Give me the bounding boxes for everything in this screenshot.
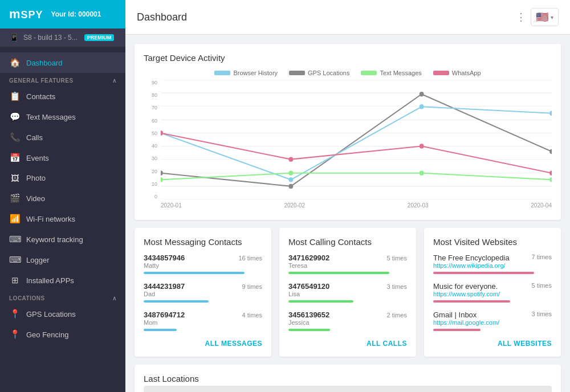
contact-number: 3487694712 bbox=[144, 311, 185, 319]
sidebar-item-photo[interactable]: 🖼 Photo bbox=[0, 168, 125, 188]
sidebar-item-logger[interactable]: ⌨ Logger bbox=[0, 250, 125, 270]
contact-name: Mom bbox=[144, 319, 262, 326]
topbar-actions: ⋮ 🇺🇸 ▾ bbox=[516, 8, 559, 26]
svg-point-20 bbox=[420, 144, 424, 148]
sidebar-item-label: Keyword tracking bbox=[26, 235, 83, 244]
website-title: Gmail | Inbox bbox=[433, 311, 499, 319]
calling-title: Most Calling Contacts bbox=[288, 237, 407, 247]
messaging-contact-2: 3444231987 9 times Dad bbox=[144, 282, 262, 303]
svg-point-21 bbox=[549, 171, 552, 175]
messaging-contact-3: 3487694712 4 times Mom bbox=[144, 311, 262, 331]
x-label-1: 2020-01 bbox=[161, 202, 182, 209]
main-content: Dashboard ⋮ 🇺🇸 ▾ Target Device Activity … bbox=[125, 0, 570, 392]
line-chart-svg bbox=[161, 80, 552, 199]
whatsapp-line bbox=[161, 133, 552, 173]
svg-point-17 bbox=[549, 111, 552, 116]
sidebar-item-installed-apps[interactable]: ⊞ Installed APPs bbox=[0, 270, 125, 291]
svg-point-23 bbox=[288, 171, 293, 175]
topbar: Dashboard ⋮ 🇺🇸 ▾ bbox=[125, 0, 570, 35]
sidebar-item-video[interactable]: 🎬 Video bbox=[0, 188, 125, 209]
x-label-3: 2020-03 bbox=[408, 202, 429, 209]
sidebar-item-events[interactable]: 📅 Events bbox=[0, 148, 125, 168]
gps-icon: 📍 bbox=[9, 309, 21, 319]
svg-point-10 bbox=[161, 171, 163, 175]
legend-label-browser: Browser History bbox=[233, 70, 278, 76]
website-title: The Free Encyclopedia bbox=[433, 254, 510, 262]
contact-bar bbox=[288, 300, 353, 303]
contact-times: 16 times bbox=[238, 255, 262, 262]
sidebar-item-label: Photo bbox=[26, 174, 46, 182]
x-label-2: 2020-02 bbox=[284, 202, 305, 209]
sidebar-item-label: Events bbox=[26, 154, 49, 162]
contact-number: 3456139652 bbox=[288, 311, 329, 319]
svg-point-25 bbox=[549, 177, 552, 182]
sidebar-item-label: GPS Locations bbox=[26, 310, 76, 318]
sidebar-item-wifi[interactable]: 📶 Wi-Fi networks bbox=[0, 209, 125, 229]
messaging-contacts-card: Most Messaging Contacts 3434857946 16 ti… bbox=[135, 228, 271, 357]
sidebar-item-label: Video bbox=[26, 194, 45, 203]
contact-bar bbox=[144, 272, 245, 274]
contact-times: 3 times bbox=[387, 283, 407, 290]
chart-legend: Browser History GPS Locations Text Messa… bbox=[144, 70, 552, 76]
all-messages-link[interactable]: ALL MESSAGES bbox=[205, 340, 262, 348]
contact-name: Teresa bbox=[288, 262, 407, 269]
website-item-3: Gmail | Inbox https://mail.google.com/ 3… bbox=[433, 311, 552, 331]
sidebar-item-contacts[interactable]: 📋 Contacts bbox=[0, 86, 125, 107]
svg-point-19 bbox=[288, 157, 293, 161]
contact-bar bbox=[144, 329, 177, 331]
legend-label-gps: GPS Locations bbox=[308, 70, 349, 76]
last-locations-card: Last Locations bbox=[135, 365, 561, 392]
x-axis-labels: 2020-01 2020-02 2020-03 2020-04 bbox=[161, 199, 552, 211]
legend-label-text: Text Messages bbox=[380, 70, 421, 76]
sidebar-item-dashboard[interactable]: 🏠 Dashboard bbox=[0, 52, 125, 73]
legend-dot-gps bbox=[289, 71, 305, 75]
more-icon[interactable]: ⋮ bbox=[516, 11, 526, 23]
website-url[interactable]: https://mail.google.com/ bbox=[433, 319, 499, 326]
legend-text-messages: Text Messages bbox=[361, 70, 421, 76]
contact-times: 9 times bbox=[242, 283, 262, 290]
device-bar: 📱 S8 - build 13 - 5... PREMIUM bbox=[0, 28, 125, 47]
sidebar-item-geo-fencing[interactable]: 📍 Geo Fencing bbox=[0, 324, 125, 345]
page-title: Dashboard bbox=[137, 11, 187, 23]
general-features-label: GENERAL FEATURES ∧ bbox=[0, 73, 125, 86]
gps-line bbox=[161, 94, 552, 186]
svg-point-24 bbox=[420, 171, 424, 175]
contact-number: 3476549120 bbox=[288, 282, 329, 291]
contact-times: 5 times bbox=[387, 255, 407, 262]
contact-number: 3444231987 bbox=[144, 282, 185, 291]
svg-point-15 bbox=[288, 177, 293, 182]
legend-dot-whatsapp bbox=[433, 71, 449, 75]
sidebar-item-label: Dashboard bbox=[26, 59, 63, 67]
legend-gps: GPS Locations bbox=[289, 70, 349, 76]
stats-cards-row: Most Messaging Contacts 3434857946 16 ti… bbox=[135, 228, 561, 357]
website-url[interactable]: https://www.wikipedia.org/ bbox=[433, 262, 510, 269]
sidebar-item-calls[interactable]: 📞 Calls bbox=[0, 127, 125, 148]
video-icon: 🎬 bbox=[9, 193, 21, 203]
device-icon: 📱 bbox=[9, 33, 19, 42]
events-icon: 📅 bbox=[9, 153, 21, 163]
calling-contact-3: 3456139652 2 times Jessica bbox=[288, 311, 407, 331]
contact-bar bbox=[144, 300, 209, 303]
sidebar-item-text-messages[interactable]: 💬 Text Messages bbox=[0, 107, 125, 127]
contact-name: Dad bbox=[144, 291, 262, 297]
sidebar-item-keyword-tracking[interactable]: ⌨ Keyword tracking bbox=[0, 229, 125, 250]
website-url[interactable]: https://www.spotify.com/ bbox=[433, 291, 500, 297]
all-websites-link[interactable]: ALL WEBSITES bbox=[498, 340, 552, 348]
geo-icon: 📍 bbox=[9, 329, 21, 340]
photo-icon: 🖼 bbox=[9, 173, 21, 183]
last-locations-map bbox=[144, 386, 552, 392]
website-bar bbox=[433, 272, 534, 274]
website-times: 7 times bbox=[532, 254, 552, 269]
contact-name: Matty bbox=[144, 262, 262, 269]
sidebar-item-label: Geo Fencing bbox=[26, 330, 68, 339]
sidebar-item-gps-locations[interactable]: 📍 GPS Locations bbox=[0, 304, 125, 324]
svg-point-13 bbox=[549, 149, 552, 154]
calling-footer: ALL CALLS bbox=[288, 339, 407, 348]
legend-label-whatsapp: WhatsApp bbox=[452, 70, 481, 76]
calling-contacts-card: Most Calling Contacts 3471629902 5 times… bbox=[279, 228, 416, 357]
legend-browser-history: Browser History bbox=[214, 70, 278, 76]
legend-dot-text bbox=[361, 71, 377, 75]
all-calls-link[interactable]: ALL CALLS bbox=[367, 340, 407, 348]
language-selector[interactable]: 🇺🇸 ▾ bbox=[531, 8, 559, 26]
messages-icon: 💬 bbox=[9, 112, 21, 122]
